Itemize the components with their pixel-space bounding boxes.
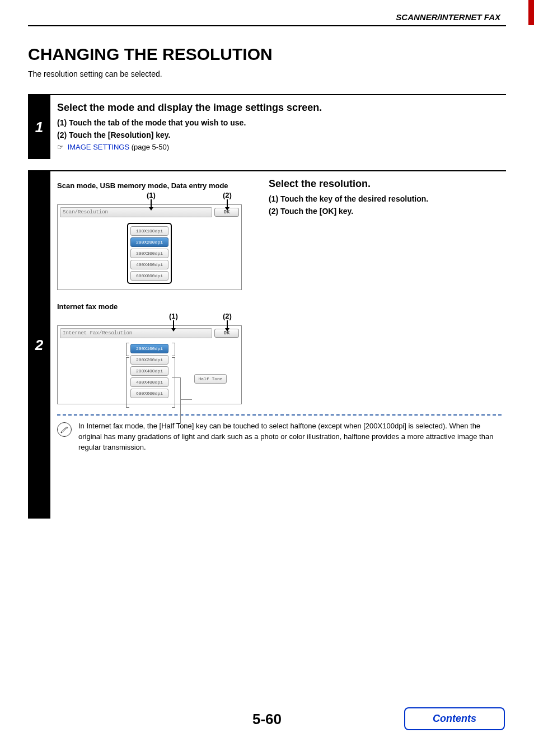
- ifax-res-200x400[interactable]: 200X400dpi: [130, 366, 168, 376]
- scan-res-300[interactable]: 300X300dpi: [130, 249, 168, 258]
- halftone-stub: [181, 399, 192, 400]
- step-1: 1 Select the mode and display the image …: [28, 94, 506, 159]
- ifax-bracket-right: [172, 343, 175, 356]
- step-1-sub1: (1) Touch the tab of the mode that you w…: [57, 118, 502, 127]
- scan-res-200[interactable]: 200X200dpi: [130, 237, 168, 247]
- scan-mode-heading: Scan mode, USB memory mode, Data entry m…: [57, 181, 259, 190]
- ifax-res-200x200[interactable]: 200X200dpi: [130, 355, 168, 365]
- ifax-callout-2: (2): [223, 312, 232, 320]
- step-1-title: Select the mode and display the image se…: [57, 102, 502, 114]
- ifax-res-400x400[interactable]: 400X400dpi: [130, 377, 168, 387]
- ifax-resolution-panel: Internet Fax/Resolution OK 200X100dpi 20…: [57, 325, 242, 404]
- ifax-res-200x100[interactable]: 200X100dpi: [130, 344, 168, 353]
- page-title: CHANGING THE RESOLUTION: [28, 45, 506, 64]
- step-2-title: Select the resolution.: [269, 178, 502, 190]
- scan-resolution-panel: Scan/Resolution OK 100X100dpi 200X200dpi…: [57, 204, 242, 290]
- ifax-resolution-list: 200X100dpi 200X200dpi 200X400dpi 400X400…: [127, 344, 172, 398]
- scan-res-100[interactable]: 100X100dpi: [130, 226, 168, 236]
- note-row: In Internet fax mode, the [Half Tone] ke…: [57, 421, 502, 453]
- header-rule: [28, 25, 506, 26]
- step-1-sub2: (2) Touch the [Resolution] key.: [57, 130, 502, 139]
- pencil-icon: [57, 422, 72, 437]
- header-section: SCANNER/INTERNET FAX: [396, 12, 500, 22]
- step-1-number: 1: [28, 95, 50, 159]
- scan-res-400[interactable]: 400X400dpi: [130, 260, 168, 269]
- step-2-number: 2: [28, 171, 50, 519]
- halftone-connector: [172, 377, 181, 423]
- image-settings-pageref: (page 5-50): [129, 143, 169, 151]
- scan-res-600[interactable]: 600X600dpi: [130, 271, 168, 281]
- ifax-res-600x600[interactable]: 600X600dpi: [130, 389, 168, 398]
- ifax-panel-title: Internet Fax/Resolution: [60, 328, 212, 338]
- scan-resolution-list: 100X100dpi 200X200dpi 300X300dpi 400X400…: [127, 223, 172, 284]
- image-settings-link[interactable]: IMAGE SETTINGS: [68, 143, 130, 151]
- note-divider: [57, 414, 502, 416]
- scan-panel-title: Scan/Resolution: [60, 207, 212, 217]
- step-1-link-row: ☞ IMAGE SETTINGS (page 5-50): [57, 143, 502, 151]
- ifax-bracket-left: [126, 343, 129, 356]
- contents-button[interactable]: Contents: [404, 707, 505, 730]
- step-2-sub1: (1) Touch the key of the desired resolut…: [269, 194, 502, 203]
- step-2: 2 Scan mode, USB memory mode, Data entry…: [28, 170, 506, 519]
- pointer-icon: ☞: [57, 143, 64, 151]
- ifax-callout-1: (1): [169, 312, 178, 320]
- scan-callout-2: (2): [223, 191, 232, 199]
- scan-callout-1: (1): [147, 191, 156, 199]
- note-text: In Internet fax mode, the [Half Tone] ke…: [78, 421, 502, 453]
- intro-text: The resolution setting can be selected.: [28, 69, 506, 78]
- ifax-bracket-bottom-left: [126, 357, 129, 408]
- side-tab: [528, 0, 534, 25]
- step-2-sub2: (2) Touch the [OK] key.: [269, 207, 502, 216]
- halftone-button[interactable]: Half Tone: [194, 374, 227, 384]
- ifax-mode-heading: Internet fax mode: [57, 302, 259, 311]
